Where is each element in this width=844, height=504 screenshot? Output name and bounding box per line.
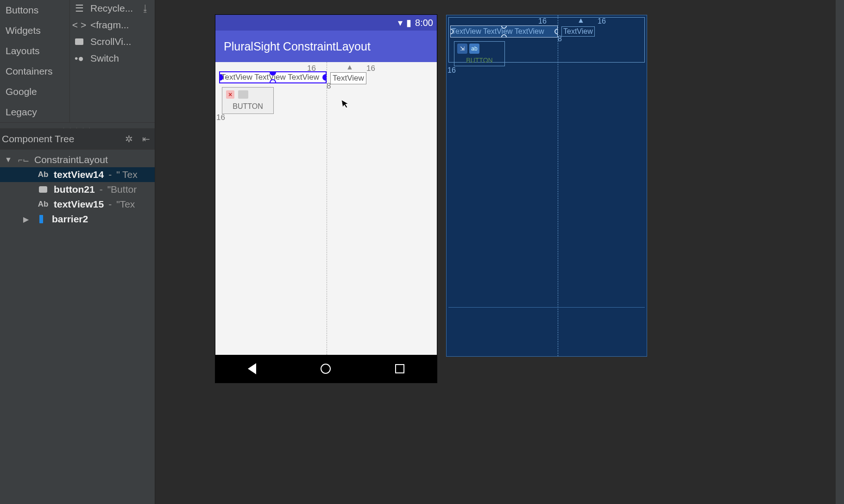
- download-icon[interactable]: ⭳: [141, 3, 150, 14]
- palette-item-label: ScrollVi...: [90, 36, 131, 47]
- canvas-textview14[interactable]: TextView TextView TextView: [219, 71, 327, 83]
- button-icon: [37, 186, 49, 193]
- margin-label: 16: [216, 113, 225, 122]
- resize-grip[interactable]: ﹒﹒﹒﹒﹒: [0, 122, 155, 129]
- palette-cat-legacy[interactable]: Legacy: [0, 102, 69, 122]
- canvas-textview15[interactable]: TextView: [330, 72, 366, 84]
- app-bar: PluralSight ConstraintLayout: [215, 31, 437, 62]
- anchor-bottom[interactable]: [270, 79, 276, 83]
- nav-home-icon[interactable]: [321, 364, 331, 374]
- tree-root[interactable]: ▼ ⌐⌙ ConstraintLayout: [0, 152, 155, 167]
- bp-button-text: BUTTON: [466, 57, 492, 64]
- list-icon: ☰: [73, 3, 86, 14]
- bp-margin-label: 16: [598, 17, 606, 25]
- bp-barrier2[interactable]: [558, 15, 558, 356]
- tree-item-value: -: [108, 169, 112, 180]
- design-surface: ▾ ▮ 8:00 PluralSight ConstraintLayout 16…: [155, 0, 844, 504]
- palette-categories: Buttons Widgets Layouts Containers Googl…: [0, 0, 69, 122]
- bp-margin-label: 16: [447, 66, 456, 75]
- svg-marker-0: [341, 99, 349, 108]
- nav-bar: [215, 355, 437, 383]
- expand-down-icon[interactable]: ▼: [4, 156, 13, 164]
- bp-constraint-arrow-up-icon: ▲: [577, 16, 585, 25]
- fragment-icon: < >: [73, 19, 86, 31]
- palette-cat-containers[interactable]: Containers: [0, 61, 69, 82]
- tree-item-id: textView14: [54, 169, 104, 180]
- palette-item-switch[interactable]: •● Switch: [70, 50, 153, 67]
- blueprint-view[interactable]: 16 16 8 16 ▲ TextView TextView TextView …: [446, 15, 647, 357]
- textview-icon: Ab: [37, 200, 49, 209]
- palette-item-recyclerview[interactable]: ☰ Recycle... ⭳: [70, 0, 153, 17]
- error-badge-icon: ×: [226, 90, 234, 99]
- bp-constraint-badge-icon: ⇲: [457, 44, 467, 54]
- bp-ab-badge-icon: ab: [469, 44, 479, 54]
- palette: Buttons Widgets Layouts Containers Googl…: [0, 0, 155, 122]
- tree-item-value-text: "Buttor: [107, 184, 137, 195]
- tree-item-button21[interactable]: button21 - "Buttor: [0, 182, 155, 197]
- app-title: PluralSight ConstraintLayout: [224, 40, 371, 53]
- left-panel: Buttons Widgets Layouts Containers Googl…: [0, 0, 155, 504]
- bp-anchor-bottom[interactable]: [501, 34, 507, 38]
- canvas-button-text: BUTTON: [233, 102, 263, 111]
- bp-button21[interactable]: ⇲ ab BUTTON: [454, 41, 505, 66]
- status-time: 8:00: [415, 18, 433, 28]
- margin-label: 16: [366, 64, 375, 73]
- palette-item-fragment[interactable]: < > <fragm...: [70, 17, 153, 33]
- palette-cat-buttons[interactable]: Buttons: [0, 0, 69, 20]
- bp-anchor-right[interactable]: [554, 29, 558, 34]
- tree-item-textview15[interactable]: Ab textView15 - "Tex: [0, 197, 155, 212]
- tree-item-value-text: " Tex: [116, 169, 138, 180]
- palette-item-scrollview[interactable]: ScrollVi...: [70, 33, 153, 50]
- tree-item-id: textView15: [54, 199, 104, 210]
- component-tree-header: Component Tree ✲ ⇤: [0, 129, 155, 150]
- canvas-button21[interactable]: × BUTTON: [222, 87, 274, 114]
- palette-item-label: Recycle...: [90, 3, 133, 14]
- barrier-icon: [35, 215, 47, 223]
- collapse-icon[interactable]: ⇤: [142, 133, 150, 145]
- palette-cat-google[interactable]: Google: [0, 82, 69, 102]
- constraint-arrow-up-icon: ▲: [346, 63, 353, 71]
- wifi-icon: ▾: [398, 17, 403, 28]
- anchor-right[interactable]: [322, 74, 327, 81]
- component-tree-title: Component Tree: [2, 133, 74, 145]
- gear-icon[interactable]: ✲: [125, 133, 133, 145]
- component-tree: ▼ ⌐⌙ ConstraintLayout Ab textView14 - " …: [0, 150, 155, 229]
- tree-root-id: ConstraintLayout: [34, 154, 108, 165]
- expand-right-icon[interactable]: ▶: [21, 215, 31, 224]
- nav-recent-icon[interactable]: [395, 364, 404, 373]
- tree-item-textview14[interactable]: Ab textView14 - " Tex: [0, 167, 155, 182]
- bp-margin-label: 16: [538, 17, 547, 25]
- switch-icon: •●: [73, 53, 86, 64]
- palette-items: ☰ Recycle... ⭳ < > <fragm... ScrollVi...…: [69, 0, 155, 122]
- status-bar: ▾ ▮ 8:00: [215, 15, 437, 31]
- layout-content[interactable]: 16 16 8 16 ▲ TextView TextView TextView: [215, 62, 437, 355]
- tree-item-barrier2[interactable]: ▶ barrier2: [0, 212, 155, 227]
- tree-item-id: button21: [54, 184, 95, 195]
- wrap-badge-icon: [238, 90, 248, 99]
- constraintlayout-icon: ⌐⌙: [18, 155, 30, 165]
- bp-textview15[interactable]: TextView: [561, 26, 595, 37]
- palette-item-label: Switch: [90, 53, 119, 64]
- tree-item-id: barrier2: [52, 214, 88, 225]
- palette-cat-layouts[interactable]: Layouts: [0, 41, 69, 61]
- canvas-barrier2[interactable]: [327, 62, 327, 355]
- bp-textview14[interactable]: TextView TextView TextView: [450, 25, 558, 38]
- scrollbar[interactable]: [836, 0, 844, 504]
- palette-item-label: <fragm...: [90, 19, 129, 31]
- tree-item-value-text: "Tex: [116, 199, 135, 210]
- nav-back-icon[interactable]: [248, 363, 256, 374]
- palette-cat-widgets[interactable]: Widgets: [0, 20, 69, 41]
- scrollview-icon: [73, 38, 86, 45]
- battery-icon: ▮: [406, 17, 411, 28]
- bp-textview14-text: TextView TextView TextView: [452, 27, 544, 36]
- device-preview[interactable]: ▾ ▮ 8:00 PluralSight ConstraintLayout 16…: [215, 15, 437, 504]
- mouse-cursor-icon: [341, 99, 351, 110]
- bp-navbar-outline: [448, 307, 645, 308]
- textview-icon: Ab: [37, 170, 49, 179]
